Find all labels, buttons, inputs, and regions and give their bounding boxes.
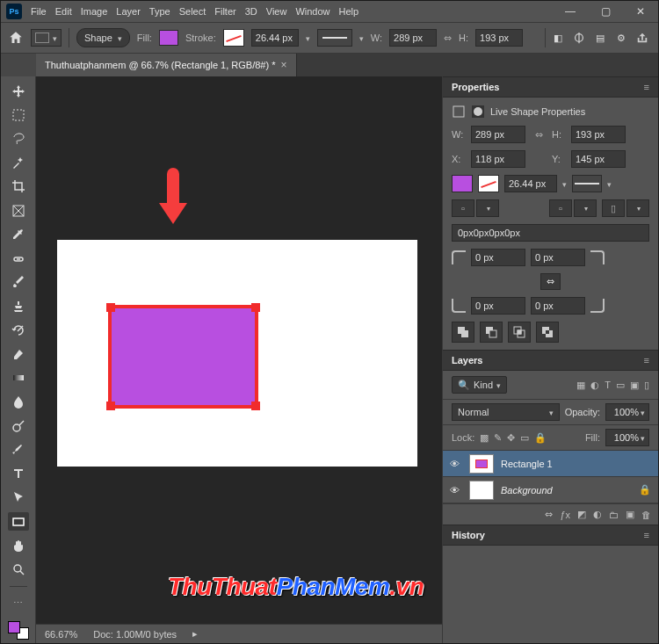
radius-tl-input[interactable]: 0 px	[471, 249, 525, 266]
foreground-color-swatch[interactable]	[8, 621, 20, 633]
stroke-width-caret[interactable]	[306, 33, 310, 43]
frame-tool[interactable]	[8, 201, 29, 220]
adjustment-layer-icon[interactable]: ◐	[593, 509, 602, 520]
zoom-tool[interactable]	[8, 560, 29, 578]
canvas-viewport[interactable]: ThuThuatPhanMem.vn	[36, 76, 442, 624]
lock-position-icon[interactable]: ✥	[507, 432, 515, 444]
status-zoom[interactable]: 66.67%	[45, 629, 77, 640]
layer-thumbnail[interactable]	[469, 454, 494, 474]
stroke-style-caret[interactable]	[359, 33, 364, 43]
status-caret-icon[interactable]: ▸	[192, 628, 198, 640]
prop-y-input[interactable]: 145 px	[571, 150, 626, 168]
prop-w-input[interactable]: 289 px	[471, 126, 525, 143]
stroke-swatch[interactable]	[223, 29, 244, 47]
rectangle-shape[interactable]	[112, 308, 255, 405]
cap-style-icon[interactable]: ▫	[452, 199, 474, 217]
transform-handle-bl[interactable]	[106, 402, 115, 410]
rectangle-tool[interactable]	[8, 512, 29, 531]
prop-h-input[interactable]: 193 px	[571, 126, 626, 143]
align-style-icon[interactable]: ▯	[602, 199, 625, 217]
filter-type-icon[interactable]: T	[605, 380, 611, 391]
link-layers-icon[interactable]: ⇔	[545, 509, 553, 520]
tool-preset-picker[interactable]	[31, 29, 62, 47]
document-canvas[interactable]	[57, 240, 417, 467]
prop-stroke-swatch[interactable]	[478, 175, 499, 192]
document-tab[interactable]: Thuthuatphanmem @ 66.7% (Rectangle 1, RG…	[36, 54, 297, 76]
hand-tool[interactable]	[8, 536, 29, 554]
link-radius-icon[interactable]: ⇔	[540, 273, 561, 290]
layer-row[interactable]: 👁 Background 🔒	[443, 477, 658, 503]
minimize-button[interactable]: —	[553, 1, 588, 22]
properties-panel-header[interactable]: Properties ≡	[443, 76, 658, 98]
layer-style-icon[interactable]: ƒx	[560, 510, 570, 520]
filter-shape-icon[interactable]: ▭	[616, 380, 625, 391]
prop-fill-swatch[interactable]	[452, 175, 473, 192]
menu-view[interactable]: View	[266, 6, 287, 17]
filter-smart-icon[interactable]: ▣	[630, 380, 639, 391]
transform-handle-br[interactable]	[251, 402, 260, 410]
align-style-caret[interactable]	[626, 199, 649, 217]
fill-opacity-input[interactable]: 100%	[605, 429, 649, 446]
fill-swatch[interactable]	[159, 30, 178, 46]
new-layer-icon[interactable]: ▣	[626, 509, 634, 520]
healing-brush-tool[interactable]	[8, 250, 29, 268]
stroke-width-caret[interactable]	[562, 178, 567, 189]
prop-stroke-style[interactable]	[572, 175, 602, 192]
height-input[interactable]: 193 px	[475, 29, 523, 47]
group-icon[interactable]: 🗀	[609, 510, 619, 520]
move-tool[interactable]	[8, 82, 29, 100]
close-tab-icon[interactable]: ×	[280, 59, 286, 71]
blur-tool[interactable]	[8, 393, 29, 411]
layers-panel-header[interactable]: Layers ≡	[443, 350, 658, 371]
corner-style-icon[interactable]: ▫	[549, 199, 572, 217]
radius-bl-input[interactable]: 0 px	[471, 297, 525, 315]
menu-help[interactable]: Help	[339, 6, 359, 17]
menu-file[interactable]: File	[31, 6, 47, 17]
close-button[interactable]: ✕	[623, 1, 658, 22]
menu-select[interactable]: Select	[179, 6, 206, 17]
dodge-tool[interactable]	[8, 416, 29, 435]
radius-br-input[interactable]: 0 px	[531, 297, 585, 315]
layer-name[interactable]: Background	[501, 485, 553, 496]
blend-mode-select[interactable]: Normal	[452, 403, 560, 421]
path-op-subtract-icon[interactable]	[480, 322, 503, 343]
gradient-tool[interactable]	[8, 369, 29, 387]
stroke-style-preview[interactable]	[317, 29, 352, 47]
stroke-width-input[interactable]: 26.44 px	[251, 29, 299, 47]
gear-icon[interactable]: ⚙	[612, 29, 630, 47]
link-wh-icon[interactable]: ⇔	[444, 33, 452, 44]
menu-3d[interactable]: 3D	[245, 6, 257, 17]
layer-thumbnail[interactable]	[469, 481, 494, 500]
lock-transparency-icon[interactable]: ▩	[480, 432, 489, 444]
eyedropper-tool[interactable]	[8, 225, 29, 243]
magic-wand-tool[interactable]	[8, 154, 29, 172]
lock-paint-icon[interactable]: ✎	[494, 432, 502, 444]
prop-x-input[interactable]: 118 px	[471, 150, 525, 168]
layer-row[interactable]: 👁 Rectangle 1	[443, 451, 658, 477]
link-wh-icon[interactable]: ⇔	[531, 129, 547, 141]
path-op-intersect-icon[interactable]	[508, 322, 531, 343]
layer-lock-icon[interactable]: 🔒	[639, 484, 651, 496]
menu-layer[interactable]: Layer	[116, 6, 141, 17]
home-icon[interactable]	[8, 30, 24, 46]
width-input[interactable]: 289 px	[389, 29, 437, 47]
foreground-background-colors[interactable]	[8, 621, 29, 640]
layer-name[interactable]: Rectangle 1	[501, 459, 553, 469]
maximize-button[interactable]: ▢	[588, 1, 623, 22]
filter-toggle-icon[interactable]: ▯	[644, 380, 649, 391]
path-op-combine-icon[interactable]	[452, 322, 474, 343]
stroke-style-caret[interactable]	[607, 178, 612, 189]
menu-image[interactable]: Image	[81, 6, 108, 17]
transform-handle-tl[interactable]	[106, 303, 115, 312]
arrange-icon[interactable]: ▤	[591, 29, 609, 47]
filter-pixel-icon[interactable]: ▦	[576, 380, 585, 391]
type-tool[interactable]	[8, 465, 29, 483]
path-ops-icon[interactable]: ◧	[549, 29, 567, 47]
layer-filter-kind[interactable]: 🔍 Kind	[452, 376, 507, 394]
transform-handle-tr[interactable]	[251, 303, 260, 312]
opacity-input[interactable]: 100%	[605, 403, 649, 421]
menu-type[interactable]: Type	[149, 6, 170, 17]
filter-adjust-icon[interactable]: ◐	[590, 380, 599, 391]
panel-menu-icon[interactable]: ≡	[644, 355, 649, 365]
radius-tr-input[interactable]: 0 px	[531, 249, 585, 266]
